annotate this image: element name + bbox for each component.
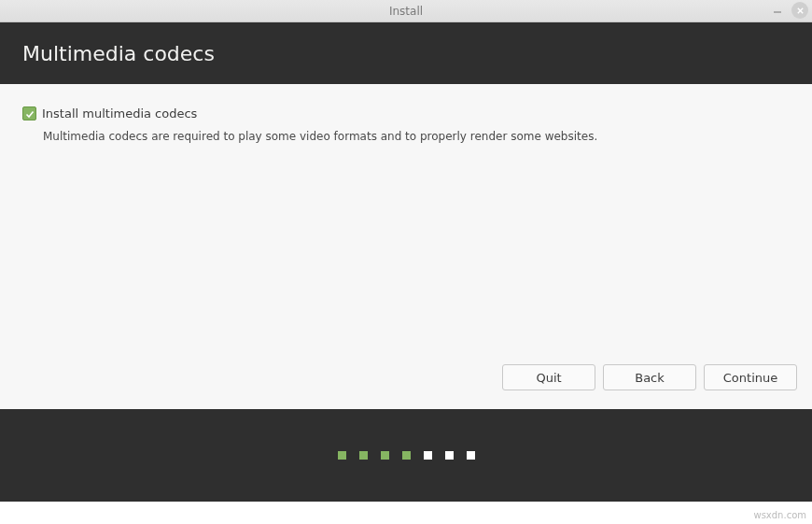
progress-dot	[338, 451, 346, 460]
progress-dot	[381, 451, 389, 460]
checkmark-icon	[25, 109, 35, 119]
progress-footer	[0, 409, 812, 502]
progress-dot-current	[424, 451, 432, 460]
continue-button[interactable]: Continue	[704, 364, 797, 390]
codecs-checkbox-label[interactable]: Install multimedia codecs	[42, 106, 197, 120]
quit-button[interactable]: Quit	[502, 364, 595, 390]
back-button[interactable]: Back	[603, 364, 696, 390]
codecs-description: Multimedia codecs are required to play s…	[43, 130, 790, 143]
progress-dot	[467, 451, 475, 460]
page-header: Multimedia codecs	[0, 22, 812, 84]
content-area: Install multimedia codecs Multimedia cod…	[0, 84, 812, 409]
progress-dot	[445, 451, 454, 460]
window-controls	[769, 2, 808, 19]
minimize-button[interactable]	[769, 2, 786, 19]
codecs-option-row: Install multimedia codecs	[22, 106, 790, 120]
page-title: Multimedia codecs	[22, 42, 215, 65]
progress-dot	[359, 451, 368, 460]
watermark: wsxdn.com	[753, 510, 806, 520]
codecs-checkbox[interactable]	[22, 106, 36, 120]
window-title: Install	[0, 5, 812, 18]
close-button[interactable]	[791, 2, 808, 19]
titlebar: Install	[0, 0, 812, 22]
progress-dot	[402, 451, 411, 460]
button-row: Quit Back Continue	[502, 364, 797, 390]
